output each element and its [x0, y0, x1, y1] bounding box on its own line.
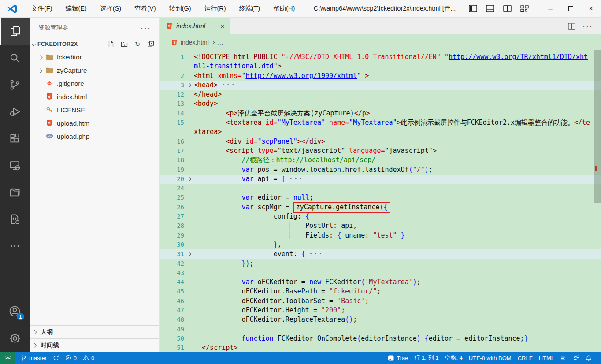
breadcrumb[interactable]: 5 index.html ...	[160, 34, 601, 50]
file-upload.htm[interactable]: 5upload.htm	[30, 116, 159, 130]
code-line[interactable]: 20 var api = [···	[160, 175, 601, 184]
fold-chevron-icon[interactable]	[184, 175, 194, 184]
code-line[interactable]: 26 var scpMgr = zyCapture.getInstance({	[160, 203, 601, 212]
breadcrumb-more[interactable]: ...	[217, 39, 224, 46]
code-line[interactable]: 48 oFCKeditor.ReplaceTextarea();	[160, 315, 601, 324]
status-sync[interactable]	[50, 352, 62, 364]
code-line[interactable]: 44 var oFCKeditor = new FCKeditor('MyTex…	[160, 278, 601, 287]
status-errors[interactable]: 0	[62, 352, 80, 364]
code-editor[interactable]: 1<!DOCTYPE html PUBLIC "-//W3C//DTD XHTM…	[160, 50, 601, 352]
code-line[interactable]: 28 PostUrl: api,	[160, 221, 601, 230]
file-index.html[interactable]: 5index.html	[30, 90, 159, 103]
more-actions-icon[interactable]	[0, 233, 30, 260]
minimize-button[interactable]: –	[540, 0, 560, 18]
code-line[interactable]: 31 event: {···	[160, 249, 601, 259]
status-feedback[interactable]	[570, 352, 582, 364]
scrollbar-thumb[interactable]	[594, 50, 601, 203]
code-line[interactable]: 51 </script>	[160, 343, 601, 352]
folded-code-placeholder[interactable]: ···	[309, 250, 323, 258]
menu-item[interactable]: 终端(T)	[234, 2, 266, 15]
folded-code-placeholder[interactable]: ···	[221, 81, 236, 89]
file-.gitignore[interactable]: .gitignore	[30, 77, 159, 90]
toggle-sidebar-icon[interactable]	[469, 5, 477, 12]
code-line[interactable]: 14 <p>泽优全平台截屏解决方案(zyCapture)</p>	[160, 109, 601, 118]
close-button[interactable]: ×	[581, 0, 601, 18]
remote-explorer-icon[interactable]	[0, 152, 30, 179]
code-line[interactable]: 45 oFCKeditor.BasePath = "fckeditor/";	[160, 287, 601, 296]
code-line[interactable]: 1<!DOCTYPE html PUBLIC "-//W3C//DTD XHTM…	[160, 52, 601, 71]
file-LICENSE[interactable]: LICENSE	[30, 103, 159, 116]
code-line[interactable]: 19 var pos = window.location.href.lastIn…	[160, 165, 601, 175]
code-line[interactable]: 13<body>	[160, 99, 601, 108]
tab-index-html[interactable]: 5 index.html ×	[160, 18, 230, 34]
code-line[interactable]: 15 <textarea id="MyTextarea" name="MyTex…	[160, 118, 601, 137]
collapse-all-icon[interactable]	[147, 40, 155, 48]
breadcrumb-file[interactable]: index.html	[181, 39, 209, 46]
code-line[interactable]: 50 function FCKeditor_OnComplete(editorI…	[160, 334, 601, 343]
menu-item[interactable]: 编辑(E)	[60, 2, 93, 15]
menu-item[interactable]: 帮助(H)	[267, 2, 300, 15]
code-line[interactable]: 42 });	[160, 259, 601, 268]
run-debug-icon[interactable]	[0, 98, 30, 125]
fold-chevron-icon[interactable]	[184, 249, 194, 259]
fold-chevron-icon[interactable]	[184, 81, 194, 90]
toggle-panel-icon[interactable]	[486, 5, 494, 12]
status-encoding[interactable]: UTF-8 with BOM	[466, 352, 515, 364]
code-line[interactable]: 47 oFCKeditor.Height = "200";	[160, 306, 601, 315]
code-line[interactable]: 16 <div id="scpPanel"></div>	[160, 137, 601, 146]
code-line[interactable]: 29 Fields: { uname: "test" }	[160, 231, 601, 240]
folded-code-placeholder[interactable]: ···	[289, 175, 304, 183]
tab-close-icon[interactable]: ×	[219, 22, 225, 30]
file-zyCapture[interactable]: zyCapture	[30, 63, 159, 77]
new-file-icon[interactable]	[107, 40, 115, 48]
code-line[interactable]: 17 <script type="text/javascript" langua…	[160, 146, 601, 156]
menu-item[interactable]: 运行(R)	[198, 2, 231, 15]
maximize-button[interactable]	[560, 0, 581, 18]
file-upload.php[interactable]: phpupload.php	[30, 130, 159, 143]
menu-item[interactable]: 转到(G)	[163, 2, 197, 15]
code-line[interactable]: 2<html xmlns="http://www.w3.org/1999/xht…	[160, 71, 601, 81]
settings-gear-icon[interactable]	[0, 325, 30, 352]
split-editor-icon[interactable]	[503, 5, 512, 12]
menu-item[interactable]: 查看(V)	[129, 2, 161, 15]
status-formatter[interactable]	[557, 352, 570, 364]
workspace-section-header[interactable]: FCKEDITOR2X ↻	[30, 38, 159, 50]
split-editor-icon[interactable]	[568, 23, 575, 30]
scrollbar[interactable]	[594, 50, 601, 352]
code-line[interactable]: 30 },	[160, 240, 601, 249]
code-line[interactable]: 43	[160, 268, 601, 278]
explorer-more-icon[interactable]: ···	[141, 26, 151, 30]
new-folder-icon[interactable]	[120, 40, 128, 48]
refresh-icon[interactable]: ↻	[134, 40, 141, 48]
status-language-mode[interactable]: HTML	[536, 352, 557, 364]
code-line[interactable]: 12</head>	[160, 90, 601, 99]
explorer-icon[interactable]	[0, 18, 30, 45]
search-icon[interactable]	[0, 45, 30, 71]
status-branch[interactable]: master	[18, 352, 50, 364]
file-fckeditor[interactable]: fckeditor	[30, 50, 159, 63]
source-control-icon[interactable]	[0, 71, 30, 98]
status-notifications[interactable]	[582, 352, 595, 364]
status-cursor-position[interactable]: 行 1, 列 1	[411, 352, 441, 364]
status-eol[interactable]: CRLF	[515, 352, 536, 364]
code-line[interactable]: 27 config: {	[160, 212, 601, 221]
status-indentation[interactable]: 空格: 4	[441, 352, 465, 364]
code-line[interactable]: 24	[160, 184, 601, 193]
open-folder-icon[interactable]	[0, 179, 30, 206]
account-icon[interactable]: 1	[0, 298, 30, 325]
code-line[interactable]: 3<head>···	[160, 81, 601, 90]
extensions-icon[interactable]	[0, 125, 30, 152]
status-remote[interactable]: ><	[0, 352, 15, 364]
code-line[interactable]: 46 oFCKeditor.ToolbarSet = 'Basic';	[160, 297, 601, 306]
status-trae[interactable]: Trae	[385, 352, 411, 364]
snippets-icon[interactable]	[0, 206, 30, 233]
menu-item[interactable]: 选择(S)	[94, 2, 127, 15]
menu-item[interactable]: 文件(F)	[26, 2, 58, 15]
code-line[interactable]: 49	[160, 325, 601, 334]
more-actions-icon[interactable]: ···	[582, 24, 593, 28]
code-line[interactable]: 25 var editor = null;	[160, 193, 601, 202]
customize-layout-icon[interactable]	[520, 5, 529, 12]
status-warnings[interactable]: 0	[80, 352, 97, 364]
code-line[interactable]: 18 //根路径：http://localhost/api/scp/	[160, 156, 601, 165]
section-大纲[interactable]: 大纲	[30, 325, 159, 338]
